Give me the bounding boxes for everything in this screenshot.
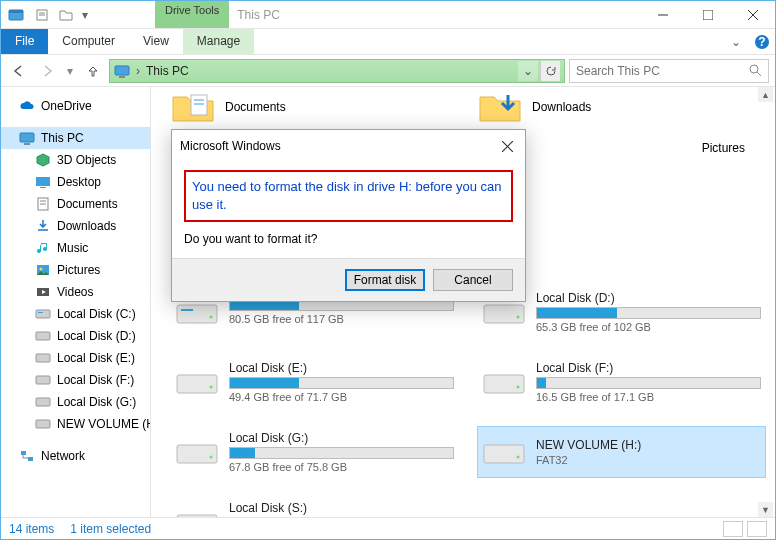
search-icon[interactable] — [749, 64, 762, 77]
format-dialog: Microsoft Windows You need to format the… — [171, 129, 526, 302]
help-button[interactable]: ? — [749, 29, 775, 54]
back-button[interactable] — [7, 59, 31, 83]
breadcrumb-chevron[interactable]: › — [136, 64, 140, 78]
qat-new-folder[interactable] — [55, 4, 77, 26]
svg-rect-25 — [36, 310, 50, 318]
drive-h[interactable]: NEW VOLUME (H:)FAT32 — [478, 427, 765, 477]
status-item-count: 14 items — [9, 522, 54, 536]
svg-rect-32 — [21, 451, 26, 455]
disk-icon — [35, 328, 51, 344]
tree-onedrive[interactable]: OneDrive — [1, 95, 150, 117]
ribbon-file[interactable]: File — [1, 29, 48, 54]
svg-rect-1 — [9, 10, 23, 13]
svg-rect-6 — [703, 10, 713, 20]
svg-rect-16 — [24, 143, 30, 145]
network-icon — [19, 448, 35, 464]
ribbon-computer[interactable]: Computer — [48, 29, 129, 54]
drive-e[interactable]: Local Disk (E:)49.4 GB free of 71.7 GB — [171, 357, 458, 407]
ribbon-manage[interactable]: Manage — [183, 29, 254, 54]
status-selection: 1 item selected — [70, 522, 151, 536]
folder-documents[interactable]: Documents — [171, 89, 458, 125]
svg-rect-50 — [177, 515, 217, 517]
svg-point-23 — [40, 268, 43, 271]
window-title: This PC — [237, 8, 280, 22]
svg-rect-38 — [181, 309, 193, 311]
forward-button[interactable] — [35, 59, 59, 83]
ribbon: File Computer View Manage ⌄ ? — [1, 29, 775, 55]
qat-properties[interactable] — [31, 4, 53, 26]
search-box[interactable] — [569, 59, 769, 83]
tree-disk-c[interactable]: Local Disk (C:) — [1, 303, 150, 325]
folder-pictures[interactable]: Pictures — [702, 141, 745, 155]
address-location[interactable]: This PC — [146, 64, 189, 78]
title-bar: ▾ Drive Tools This PC — [1, 1, 775, 29]
svg-point-49 — [517, 456, 520, 459]
tree-thispc[interactable]: This PC — [1, 127, 150, 149]
svg-rect-34 — [191, 95, 207, 115]
drive-f[interactable]: Local Disk (F:)16.5 GB free of 17.1 GB — [478, 357, 765, 407]
tree-videos[interactable]: Videos — [1, 281, 150, 303]
svg-rect-26 — [38, 312, 43, 313]
disk-icon — [175, 507, 219, 517]
tree-music[interactable]: Music — [1, 237, 150, 259]
tree-documents[interactable]: Documents — [1, 193, 150, 215]
thispc-icon — [114, 63, 130, 79]
dialog-message: You need to format the disk in drive H: … — [184, 170, 513, 222]
svg-rect-37 — [177, 305, 217, 323]
view-tiles-button[interactable] — [747, 521, 767, 537]
format-disk-button[interactable]: Format disk — [345, 269, 425, 291]
tree-downloads[interactable]: Downloads — [1, 215, 150, 237]
minimize-button[interactable] — [640, 1, 685, 29]
svg-rect-31 — [36, 420, 50, 428]
tree-disk-g[interactable]: Local Disk (G:) — [1, 391, 150, 413]
svg-rect-27 — [36, 332, 50, 340]
tree-new-volume-h[interactable]: NEW VOLUME (H:) — [1, 413, 150, 435]
ribbon-expand[interactable]: ⌄ — [723, 29, 749, 54]
up-button[interactable] — [81, 59, 105, 83]
refresh-button[interactable] — [540, 61, 560, 81]
svg-rect-28 — [36, 354, 50, 362]
search-input[interactable] — [576, 64, 749, 78]
qat-dropdown[interactable]: ▾ — [79, 4, 91, 26]
disk-icon — [175, 437, 219, 467]
music-icon — [35, 240, 51, 256]
monitor-icon — [19, 130, 35, 146]
disk-icon — [35, 394, 51, 410]
recent-dropdown[interactable]: ▾ — [63, 59, 77, 83]
disk-icon — [175, 367, 219, 397]
svg-rect-11 — [115, 66, 129, 75]
svg-line-14 — [757, 72, 761, 76]
close-button[interactable] — [730, 1, 775, 29]
tree-disk-e[interactable]: Local Disk (E:) — [1, 347, 150, 369]
dialog-close-button[interactable] — [497, 136, 517, 156]
tree-3dobjects[interactable]: 3D Objects — [1, 149, 150, 171]
svg-rect-30 — [36, 398, 50, 406]
disk-icon — [482, 367, 526, 397]
maximize-button[interactable] — [685, 1, 730, 29]
address-bar[interactable]: › This PC ⌄ — [109, 59, 565, 83]
pictures-icon — [35, 262, 51, 278]
drive-s[interactable]: Local Disk (S:)78.2 GB free of 80.6 GB — [171, 497, 458, 517]
context-tab-drive-tools[interactable]: Drive Tools — [155, 1, 229, 28]
tree-desktop[interactable]: Desktop — [1, 171, 150, 193]
view-details-button[interactable] — [723, 521, 743, 537]
disk-icon — [35, 416, 51, 432]
svg-rect-44 — [484, 375, 524, 393]
tree-network[interactable]: Network — [1, 445, 150, 467]
tree-pictures[interactable]: Pictures — [1, 259, 150, 281]
svg-rect-46 — [177, 445, 217, 463]
disk-icon — [482, 437, 526, 467]
address-dropdown[interactable]: ⌄ — [518, 61, 538, 81]
ribbon-view[interactable]: View — [129, 29, 183, 54]
nav-bar: ▾ › This PC ⌄ — [1, 55, 775, 87]
drive-g[interactable]: Local Disk (G:)67.8 GB free of 75.8 GB — [171, 427, 458, 477]
svg-point-39 — [210, 316, 213, 319]
downloads-icon — [35, 218, 51, 234]
svg-point-43 — [210, 386, 213, 389]
cancel-button[interactable]: Cancel — [433, 269, 513, 291]
tree-disk-f[interactable]: Local Disk (F:) — [1, 369, 150, 391]
tree-disk-d[interactable]: Local Disk (D:) — [1, 325, 150, 347]
disk-icon — [35, 350, 51, 366]
folder-downloads[interactable]: Downloads — [478, 89, 765, 125]
navigation-pane: OneDrive This PC 3D Objects Desktop Docu… — [1, 87, 151, 517]
